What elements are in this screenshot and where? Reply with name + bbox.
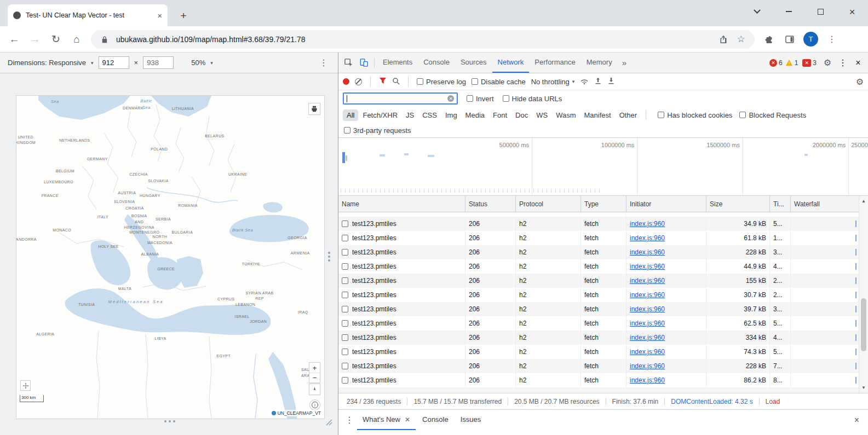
row-checkbox[interactable] (342, 277, 348, 284)
table-row[interactable]: test123.pmtiles 206 h2 fetch index.js:96… (338, 330, 859, 345)
invert-checkbox[interactable]: Invert (467, 95, 494, 103)
row-checkbox[interactable] (342, 363, 348, 369)
bookmark-star-icon[interactable]: ☆ (735, 33, 747, 45)
tab-close-icon[interactable]: × (157, 11, 162, 20)
filter-input[interactable]: ✕ (343, 92, 458, 105)
scroll-down-icon[interactable]: ▼ (859, 384, 868, 392)
table-row[interactable]: test123.pmtiles 206 h2 fetch index.js:96… (338, 274, 859, 288)
record-icon[interactable] (343, 78, 349, 85)
column-header-protocol[interactable]: Protocol (516, 196, 581, 212)
resource-type-filter[interactable]: Doc (511, 109, 532, 121)
resource-type-filter[interactable]: Fetch/XHR (359, 109, 401, 121)
settings-gear-icon[interactable]: ⚙ (820, 56, 835, 70)
initiator-link[interactable]: index.js:960 (630, 334, 665, 341)
has-blocked-cookies-checkbox[interactable]: Has blocked cookies (658, 111, 732, 119)
avatar[interactable]: T (803, 32, 818, 47)
network-overview-timeline[interactable]: 500000 ms1000000 ms1500000 ms2000000 ms2… (338, 138, 868, 196)
resource-type-filter[interactable]: Img (441, 109, 461, 121)
resize-handle-right[interactable] (328, 252, 330, 254)
width-input[interactable] (99, 56, 129, 69)
forward-icon[interactable]: → (25, 30, 45, 49)
table-scrollbar[interactable]: ▲ ▼ (859, 196, 868, 393)
column-header-status[interactable]: Status (465, 196, 516, 212)
row-checkbox[interactable] (342, 349, 348, 355)
table-row[interactable]: test123.pmtiles 206 h2 fetch index.js:96… (338, 217, 859, 231)
resource-type-filter[interactable]: Other (616, 109, 641, 121)
map-viewport[interactable]: SeaBaltic SeaDENMARKLITHUANIAUNITED KING… (16, 96, 324, 419)
network-settings-gear-icon[interactable]: ⚙ (856, 77, 864, 87)
back-icon[interactable]: ← (4, 30, 24, 49)
initiator-link[interactable]: index.js:960 (630, 305, 665, 313)
device-toolbar-menu-icon[interactable]: ⋮ (317, 57, 330, 68)
table-row[interactable]: test123.pmtiles 206 h2 fetch index.js:96… (338, 316, 859, 330)
lock-icon[interactable] (99, 36, 111, 43)
print-icon[interactable] (309, 103, 320, 114)
table-row[interactable]: test123.pmtiles 206 h2 fetch index.js:96… (338, 288, 859, 302)
initiator-link[interactable]: index.js:960 (630, 277, 665, 285)
resource-type-filter[interactable]: CSS (418, 109, 441, 121)
throttling-select[interactable]: No throttling ▾ (531, 78, 575, 86)
scrollbar-thumb[interactable] (861, 298, 866, 351)
export-har-icon[interactable] (607, 77, 615, 86)
browser-menu-icon[interactable]: ⋮ (822, 30, 842, 49)
maximize-button[interactable] (804, 0, 836, 23)
hide-data-urls-checkbox[interactable]: Hide data URLs (503, 95, 562, 103)
initiator-link[interactable]: index.js:960 (630, 291, 665, 299)
devtools-menu-icon[interactable]: ⋮ (835, 56, 850, 70)
column-header-waterfall[interactable]: Waterfall (791, 196, 859, 212)
row-checkbox[interactable] (342, 263, 348, 270)
zoom-in-button[interactable]: + (309, 363, 320, 373)
column-header-initiator[interactable]: Initiator (626, 196, 706, 212)
blocked-requests-checkbox[interactable]: Bloc­ked Requests (739, 111, 806, 119)
tab-search-icon[interactable] (741, 0, 773, 23)
resource-type-filter[interactable]: Manifest (580, 109, 614, 121)
issues-badge[interactable]: ✕ 3 (802, 59, 817, 67)
drawer-close-icon[interactable]: × (854, 415, 864, 425)
initiator-link[interactable]: index.js:960 (630, 234, 665, 242)
column-header-size[interactable]: Size (706, 196, 770, 212)
initiator-link[interactable]: index.js:960 (630, 376, 665, 384)
column-header-type[interactable]: Type (581, 196, 626, 212)
minimize-button[interactable] (773, 0, 804, 23)
initiator-link[interactable]: index.js:960 (630, 220, 665, 228)
resize-handle-bottom[interactable] (164, 420, 166, 422)
info-icon[interactable]: i (310, 400, 320, 410)
table-row[interactable]: test123.pmtiles 206 h2 fetch index.js:96… (338, 302, 859, 316)
network-conditions-icon[interactable] (580, 77, 589, 86)
resource-type-filter[interactable]: Wasm (552, 109, 579, 121)
resource-type-filter[interactable]: Font (489, 109, 511, 121)
preserve-log-checkbox[interactable]: Preserve log (417, 78, 466, 86)
devtools-tab[interactable]: Network (492, 53, 530, 73)
clear-filter-icon[interactable]: ✕ (447, 95, 454, 102)
row-checkbox[interactable] (342, 334, 348, 341)
column-header-time[interactable]: Ti... (770, 196, 791, 212)
table-row[interactable]: test123.pmtiles 206 h2 fetch index.js:96… (338, 373, 859, 387)
initiator-link[interactable]: index.js:960 (630, 248, 665, 256)
row-checkbox[interactable] (342, 292, 348, 298)
drawer-tab-console[interactable]: Console (417, 410, 454, 430)
pan-control-icon[interactable] (21, 381, 30, 390)
share-icon[interactable] (717, 35, 729, 44)
drawer-menu-icon[interactable]: ⋮ (343, 415, 356, 425)
side-panel-icon[interactable] (780, 30, 800, 49)
resource-type-filter[interactable]: Media (462, 109, 488, 121)
table-row[interactable]: test123.pmtiles 206 h2 fetch index.js:96… (338, 345, 859, 359)
zoom-out-button[interactable]: − (309, 373, 320, 382)
row-checkbox[interactable] (342, 320, 348, 327)
close-window-button[interactable]: × (836, 0, 868, 23)
browser-tab[interactable]: Test- UN Clear Map Vector - test × (8, 4, 168, 26)
row-checkbox[interactable] (342, 221, 348, 227)
devtools-tab[interactable]: Sources (455, 53, 492, 73)
table-row[interactable]: test123.pmtiles 206 h2 fetch index.js:96… (338, 231, 859, 245)
row-checkbox[interactable] (342, 235, 348, 241)
scroll-up-icon[interactable]: ▲ (859, 197, 868, 205)
third-party-checkbox[interactable]: 3rd-party requests (344, 126, 411, 135)
devtools-tab[interactable]: Performance (529, 53, 580, 73)
column-header-name[interactable]: Name (338, 196, 465, 212)
initiator-link[interactable]: index.js:960 (630, 263, 665, 270)
close-drawer-tab-icon[interactable]: ✕ (405, 416, 410, 424)
reload-icon[interactable]: ↻ (46, 30, 66, 49)
devtools-tab[interactable]: Console (418, 53, 455, 73)
table-row[interactable]: test123.pmtiles 206 h2 fetch index.js:96… (338, 245, 859, 259)
filter-icon[interactable] (379, 77, 387, 86)
